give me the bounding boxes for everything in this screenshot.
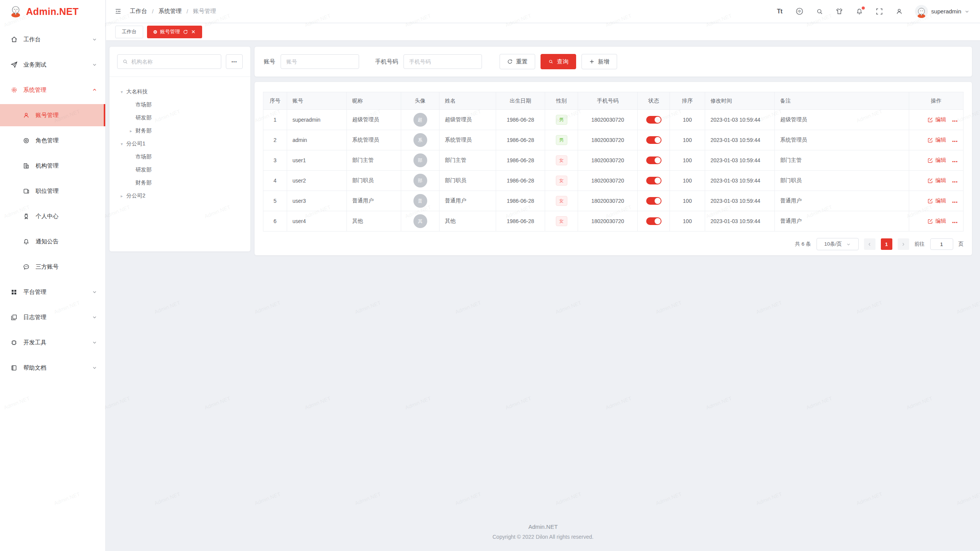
more-actions-button[interactable]: ••• (952, 159, 958, 164)
search-icon[interactable] (815, 7, 824, 16)
edit-button[interactable]: 编辑 (928, 177, 946, 184)
tab-refresh-icon[interactable] (183, 29, 188, 34)
user-avatar (915, 5, 928, 18)
notification-bell-icon[interactable] (855, 7, 864, 16)
query-button[interactable]: 查询 (541, 54, 576, 69)
edit-button[interactable]: 编辑 (928, 137, 946, 143)
tree-node[interactable]: ▾大名科技 (117, 85, 243, 98)
sidebar-item-label: 职位管理 (36, 187, 59, 195)
more-actions-button[interactable]: ••• (952, 119, 958, 123)
phone-input[interactable] (403, 54, 482, 69)
more-actions-button[interactable]: ••• (952, 139, 958, 143)
sidebar-item-third-party-account[interactable]: 三方账号 (0, 256, 105, 278)
tab-close-icon[interactable] (191, 29, 196, 34)
edit-button[interactable]: 编辑 (928, 218, 946, 225)
edit-button[interactable]: 编辑 (928, 157, 946, 164)
caret-icon[interactable]: ▾ (117, 90, 126, 95)
sidebar-item-org-management[interactable]: 机构管理 (0, 155, 105, 177)
cell-nickname: 部门主管 (347, 150, 401, 171)
breadcrumb-separator: / (152, 8, 154, 15)
breadcrumb-separator: / (186, 8, 188, 15)
status-toggle[interactable] (646, 156, 662, 164)
sidebar-item-label: 系统管理 (23, 86, 46, 94)
reset-button[interactable]: 重置 (500, 54, 535, 69)
account-input[interactable] (281, 54, 359, 69)
sidebar-item-workbench[interactable]: 工作台 (0, 28, 105, 51)
caret-icon[interactable]: ▸ (117, 194, 126, 199)
breadcrumb-item[interactable]: 工作台 (130, 8, 147, 15)
org-more-button[interactable]: ••• (226, 54, 243, 69)
sidebar-item-account-management[interactable]: 账号管理 (0, 104, 105, 126)
cell-ops: 编辑••• (909, 130, 964, 150)
current-page-button[interactable]: 1 (881, 238, 892, 250)
sidebar-item-dev-tools[interactable]: 开发工具 (0, 331, 105, 354)
add-button[interactable]: 新增 (581, 54, 617, 69)
cell-gender: 男 (545, 110, 578, 130)
theme-skin-icon[interactable] (835, 7, 844, 16)
status-toggle[interactable] (646, 136, 662, 144)
fullscreen-icon[interactable] (875, 7, 884, 16)
cell-name: 超级管理员 (439, 110, 496, 130)
cell-status (638, 211, 670, 231)
caret-icon[interactable]: ▸ (126, 129, 136, 134)
sidebar-item-position-management[interactable]: 职位管理 (0, 180, 105, 202)
tree-node[interactable]: 研发部 (126, 111, 243, 124)
user-menu[interactable]: superadmin (915, 5, 969, 18)
edit-button[interactable]: 编辑 (928, 116, 946, 123)
sidebar-item-log-management[interactable]: 日志管理 (0, 306, 105, 328)
logo-monk-icon (9, 5, 22, 18)
status-toggle[interactable] (646, 177, 662, 184)
watermark-text: Admin.NET (856, 491, 884, 507)
caret-icon[interactable]: ▾ (117, 142, 126, 147)
cell-name: 部门职员 (439, 171, 496, 191)
tree-node[interactable]: 研发部 (126, 163, 243, 176)
sidebar-item-role-management[interactable]: 角色管理 (0, 129, 105, 152)
font-size-icon[interactable]: Tt (776, 7, 784, 16)
status-toggle[interactable] (646, 116, 662, 124)
watermark-text: Admin.NET (103, 395, 131, 411)
prev-page-button[interactable] (864, 238, 875, 250)
menu-fold-icon[interactable] (114, 8, 122, 15)
bell-icon (22, 238, 30, 246)
tree-node[interactable]: 市场部 (126, 98, 243, 111)
status-toggle[interactable] (646, 197, 662, 205)
send-icon (10, 61, 18, 69)
cell-remark: 部门主管 (775, 150, 909, 171)
sidebar-item-business-test[interactable]: 业务测试 (0, 54, 105, 76)
cell-name: 部门主管 (439, 150, 496, 171)
tree-node-label: 分公司2 (126, 192, 145, 199)
more-actions-button[interactable]: ••• (952, 220, 958, 225)
tree-node[interactable]: 财务部 (126, 176, 243, 189)
next-page-button[interactable] (898, 238, 909, 250)
goto-page-input[interactable] (930, 238, 953, 250)
sidebar-item-system-management[interactable]: 系统管理 (0, 79, 105, 101)
chevron-down-icon (92, 340, 97, 345)
person-icon[interactable] (895, 7, 903, 16)
language-icon[interactable]: 中 (795, 7, 804, 16)
tab-workbench[interactable]: 工作台 (115, 26, 143, 38)
sidebar-item-platform-management[interactable]: 平台管理 (0, 281, 105, 303)
col-mtime: 修改时间 (705, 92, 775, 110)
sidebar-item-notice[interactable]: 通知公告 (0, 230, 105, 253)
edit-label: 编辑 (935, 218, 946, 225)
page-size-select[interactable]: 10条/页 (817, 238, 859, 250)
org-search-input[interactable] (131, 59, 216, 65)
status-toggle[interactable] (646, 217, 662, 225)
sidebar-item-help-docs[interactable]: 帮助文档 (0, 357, 105, 379)
breadcrumb-item[interactable]: 系统管理 (158, 8, 181, 15)
notification-badge (862, 7, 865, 10)
tree-node[interactable]: 市场部 (126, 150, 243, 163)
tree-node[interactable]: ▸分公司2 (117, 189, 243, 202)
more-actions-button[interactable]: ••• (952, 200, 958, 204)
tree-node[interactable]: ▸财务部 (126, 124, 243, 137)
profile-icon (22, 212, 30, 220)
tab-account-management[interactable]: 账号管理 (147, 26, 202, 38)
tree-node[interactable]: ▾分公司1 (117, 137, 243, 150)
page-size-value: 10条/页 (824, 241, 842, 248)
sidebar-item-profile-center[interactable]: 个人中心 (0, 205, 105, 227)
more-actions-button[interactable]: ••• (952, 179, 958, 184)
col-remark: 备注 (775, 92, 909, 110)
edit-button[interactable]: 编辑 (928, 197, 946, 204)
cell-no: 6 (263, 211, 287, 231)
cell-account: user3 (287, 191, 347, 211)
